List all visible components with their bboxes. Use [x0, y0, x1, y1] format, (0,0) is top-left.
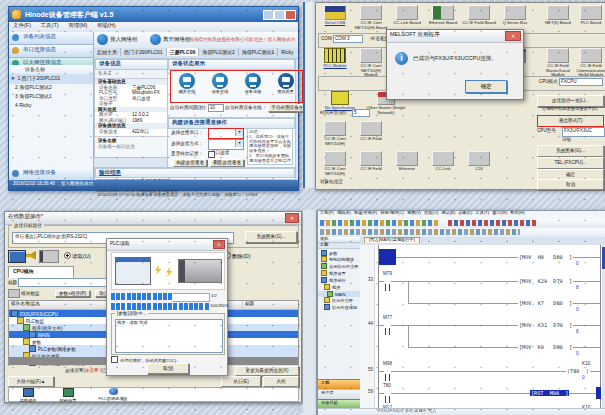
ladder-cursor[interactable]: [379, 249, 396, 265]
close-icon[interactable]: ✕: [285, 213, 299, 223]
minimize-button[interactable]: [263, 10, 274, 20]
time-check-field[interactable]: 5: [352, 109, 370, 117]
menu-tools[interactable]: 工具(T): [41, 22, 59, 28]
com-port-field[interactable]: COM 3: [333, 35, 363, 43]
nav-item-pou[interactable]: 程序部件: [318, 277, 360, 284]
coex-ccie-field[interactable]: CC IE Field: [354, 151, 388, 172]
plcif-ccie-cont-module[interactable]: CC IE Cont NET/10(H) Module: [354, 48, 388, 78]
close-button[interactable]: 关闭: [263, 376, 299, 387]
leave-network-icon[interactable]: [150, 34, 161, 45]
device-row-4[interactable]: 4 Ricky: [9, 101, 93, 111]
sidebar-group-serial[interactable]: 串口连接信息: [9, 45, 93, 58]
plc-memory-clear[interactable]: PLC存储器清除: [93, 388, 133, 402]
menu-find[interactable]: 搜索/替换(F): [354, 211, 377, 215]
pcif-plc-board[interactable]: PLC Board: [574, 5, 605, 26]
contact-m77[interactable]: M77: [384, 322, 391, 340]
detail-label[interactable]: 详细: [562, 137, 571, 143]
related-functions-button[interactable]: 关联功能(F)▲: [8, 376, 54, 387]
menu-diagnostics[interactable]: 诊断(D): [458, 211, 472, 215]
route-ccie-cont[interactable]: CC IE Cont NET/10(H): [318, 121, 352, 146]
nav-item-program-setting[interactable]: 程序设置: [318, 270, 360, 277]
online-data-titlebar[interactable]: 在线数据操作* ✕: [5, 212, 301, 225]
pcif-ethernet-board[interactable]: Ethernet Board: [426, 5, 460, 26]
tab-haide2[interactable]: 海得PLC测试2: [199, 48, 239, 56]
menu-project[interactable]: 工程(P): [320, 211, 334, 215]
tab-home[interactable]: 起始主页: [94, 48, 121, 56]
nav-tab-project[interactable]: 工程: [318, 379, 360, 389]
menu-edit[interactable]: 编辑(E): [337, 211, 351, 215]
plcif-ccie-field-head[interactable]: CC IE Field Communication Head Module: [574, 48, 605, 78]
nav-item-intelligent[interactable]: 智能功能模块: [318, 256, 360, 263]
execute-button[interactable]: 执行(E): [221, 376, 261, 387]
prop-row[interactable]: 设备描述422串口: [95, 129, 168, 135]
plcif-ccie-field-master[interactable]: CC IE Field Master/Local Module: [541, 48, 575, 78]
close-button[interactable]: [285, 10, 296, 20]
toolbar-icons[interactable]: [448, 220, 538, 226]
menu-manage[interactable]: 管理(M): [68, 22, 87, 28]
toolbar-icons[interactable]: [320, 229, 520, 235]
instruction-rst[interactable]: [RST M98 ]: [530, 390, 569, 396]
status-signal-quality[interactable]: 通讯质量: [270, 73, 301, 95]
menu-window[interactable]: 窗口(W): [492, 211, 507, 215]
station-no-specification[interactable]: No Specification: [320, 91, 360, 111]
coil-t80[interactable]: (T80 ): [566, 368, 590, 374]
join-network-button[interactable]: 接入网络组: [110, 36, 138, 43]
mode-combobox[interactable]: 串口连接 ▾: [208, 139, 244, 150]
system-image-button[interactable]: 系统图像(G)...: [245, 231, 297, 243]
interval-input[interactable]: 10: [208, 104, 224, 112]
tab-mitsubishi-active[interactable]: 三菱PLC06: [167, 48, 200, 56]
coex-c24[interactable]: C24: [462, 151, 496, 172]
instruction-mov-3[interactable]: [MOV K7 D80 ]: [518, 300, 573, 306]
pcif-q-series-bus[interactable]: Q Series Bus: [498, 5, 532, 26]
maximize-button[interactable]: [274, 10, 285, 20]
nav-item-main[interactable]: MAIN: [318, 291, 360, 298]
route-ccie-field[interactable]: CC IE Field: [354, 121, 388, 142]
menu-compile[interactable]: 转换/编译(C): [380, 211, 404, 215]
pcif-net2-board[interactable]: NET(II) Board: [541, 5, 575, 26]
toolbar-icons[interactable]: [320, 220, 440, 226]
port-combobox[interactable]: COM3 ▾: [208, 128, 244, 139]
instruction-mov-5[interactable]: [MOV K9 D80 ]: [518, 344, 573, 350]
column-header[interactable]: 标题: [243, 301, 298, 309]
status-device-connect[interactable]: 设备连接: [237, 73, 269, 95]
melsoft-titlebar[interactable]: MELSOFT 应用程序 ✕: [387, 30, 523, 43]
instruction-mov-1[interactable]: [MOV H0 D80 ]: [518, 254, 573, 260]
status-device-online[interactable]: 设备在线: [204, 73, 236, 95]
tab-haide1[interactable]: 海得PLC测试1: [239, 48, 279, 56]
nav-item-parameter[interactable]: 参数: [318, 249, 360, 257]
menu-debug[interactable]: 调试(B): [441, 211, 455, 215]
cpu-mode-field[interactable]: FXCPU: [559, 78, 603, 86]
coex-cclink[interactable]: CC-Link: [426, 151, 460, 172]
menu-help[interactable]: 帮助(H): [97, 22, 116, 28]
clock-setting[interactable]: 时钟设置: [53, 388, 83, 404]
cancel-button[interactable]: 取消: [147, 363, 189, 374]
instruction-mov-2[interactable]: [MOV K29 D79 ]: [518, 278, 573, 284]
param-program-button[interactable]: 参数+程序(P): [55, 290, 90, 298]
doc-tab-main[interactable]: [写入]MAIN (监视执行中): [364, 237, 420, 243]
direct-connect-label[interactable]: 可编程控制器直接连接设置(D): [537, 107, 602, 112]
nav-item-global-comment[interactable]: 全局软元件注释: [318, 263, 360, 270]
tab-siemens[interactable]: 西门子200PLC01: [121, 48, 167, 56]
menu-help[interactable]: 帮助(H): [510, 211, 524, 215]
nav-item-device-memory[interactable]: 软元件存储器: [318, 304, 360, 311]
plcif-plc-module[interactable]: PLC Module: [318, 48, 352, 69]
menu-file[interactable]: 文件(F): [13, 22, 31, 28]
status-gateway-online[interactable]: 网关在线: [171, 73, 203, 95]
cancel-button[interactable]: 取消: [537, 179, 604, 190]
contact-m79[interactable]: M79: [384, 278, 391, 296]
menu-view[interactable]: 视图(V): [407, 211, 421, 215]
remote-operation[interactable]: 远程操作: [13, 388, 43, 404]
coex-ethernet[interactable]: Ethernet: [390, 151, 424, 172]
property-sort-icons[interactable]: ⇅ A-Z: [95, 70, 168, 79]
close-icon[interactable]: ✕: [213, 240, 225, 249]
sidebar-group-devices[interactable]: 设备列表信息: [9, 32, 93, 45]
pcif-cclink-board[interactable]: CC-Link Board: [390, 5, 424, 26]
pcif-ccie-cont-board[interactable]: CC IE Cont NET/10(H) Board: [354, 5, 388, 30]
read-status-list[interactable]: 程序：读取 完成: [115, 319, 223, 353]
build-channel-button[interactable]: 构建连接通道: [173, 159, 207, 167]
chevron-down-icon[interactable]: ▾: [235, 140, 243, 147]
close-icon[interactable]: ✕: [505, 31, 521, 41]
chevron-down-icon[interactable]: ▾: [235, 129, 243, 136]
tab-ricky[interactable]: Ricky: [278, 48, 296, 56]
system-image-button[interactable]: 系统图像(G)...: [537, 145, 604, 157]
